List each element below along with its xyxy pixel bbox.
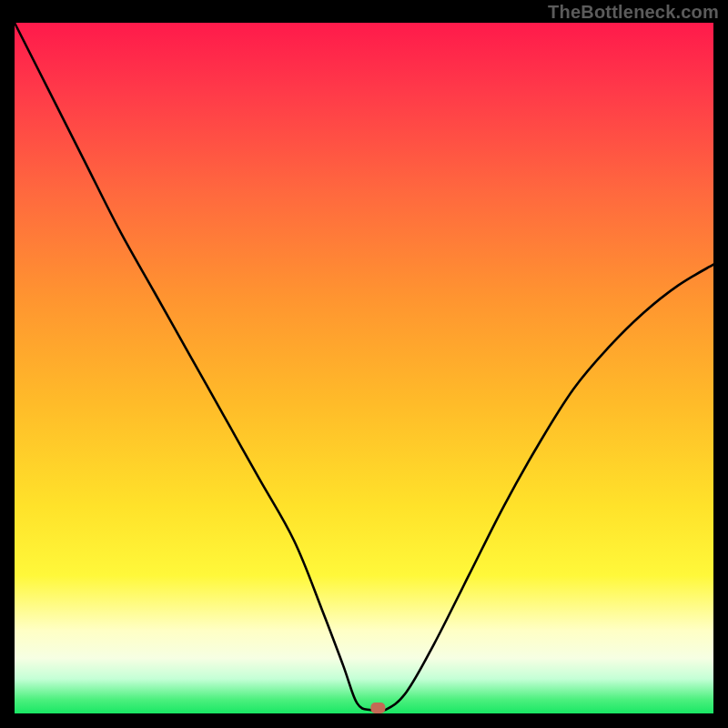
bottleneck-curve [15,23,713,712]
chart-frame: TheBottleneck.com [0,0,728,728]
watermark-text: TheBottleneck.com [548,2,719,23]
plot-outer [15,23,713,713]
minimum-marker [370,703,385,713]
chart-svg [15,23,713,713]
